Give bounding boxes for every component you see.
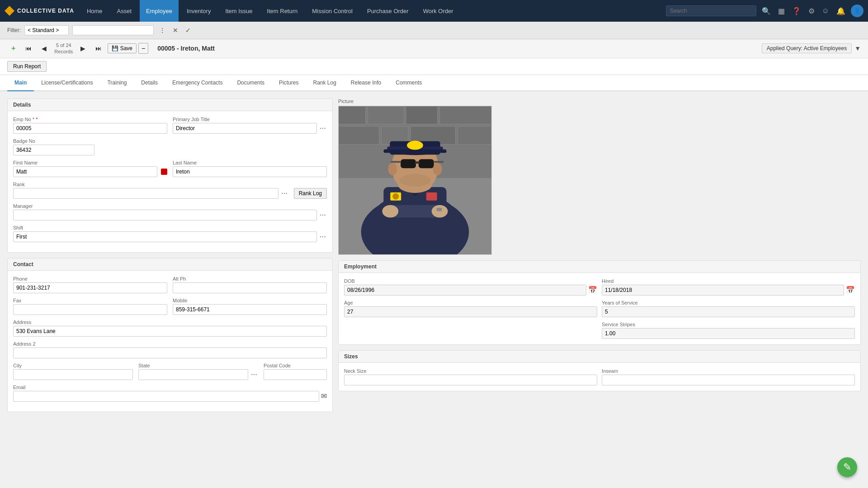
next-record-button[interactable]: ▶ (76, 43, 90, 54)
email-icon[interactable]: ✉ (321, 392, 327, 400)
nav-item-asset[interactable]: Asset (111, 0, 138, 22)
tab-pictures[interactable]: Pictures (272, 75, 306, 91)
address2-group: Address 2 (13, 341, 327, 358)
dob-calendar-icon[interactable]: 📅 (588, 286, 597, 294)
years-of-service-group: Years of Service (602, 300, 855, 317)
nav-item-work-order[interactable]: Work Order (417, 0, 460, 22)
nav-item-inventory[interactable]: Inventory (180, 0, 217, 22)
fax-input[interactable] (13, 304, 167, 315)
tab-documents[interactable]: Documents (230, 75, 272, 91)
run-report-button[interactable]: Run Report (7, 61, 47, 72)
phone-input[interactable] (13, 282, 167, 293)
postal-input[interactable] (264, 369, 327, 380)
manager-label: Manager (13, 203, 327, 209)
nav-item-employee[interactable]: Employee (140, 0, 179, 22)
hired-input[interactable] (602, 285, 844, 296)
tab-training[interactable]: Training (100, 75, 134, 91)
tab-details[interactable]: Details (134, 75, 165, 91)
settings-icon[interactable]: ⚙ (807, 5, 816, 17)
address2-input[interactable] (13, 347, 327, 358)
email-input[interactable] (13, 391, 319, 402)
inseam-input[interactable] (602, 375, 855, 385)
tab-comments[interactable]: Comments (388, 75, 429, 91)
first-name-input[interactable] (13, 166, 157, 177)
last-record-button[interactable]: ⏭ (91, 43, 106, 54)
emp-no-input[interactable] (13, 123, 167, 134)
filter-select[interactable]: < Standard > (24, 25, 69, 35)
nav-item-item-issue[interactable]: Item Issue (219, 0, 259, 22)
inseam-label: Inseam (602, 368, 855, 374)
manager-select[interactable] (13, 210, 317, 221)
alt-ph-input[interactable] (173, 282, 327, 293)
search-icon[interactable]: 🔍 (760, 5, 773, 17)
save-button[interactable]: 💾 Save (108, 43, 137, 53)
tab-rank-log[interactable]: Rank Log (306, 75, 343, 91)
filter-cancel-btn[interactable]: ✕ (171, 26, 180, 35)
help-icon[interactable]: ❓ (790, 5, 803, 17)
sizes-card-header: Sizes (339, 351, 860, 363)
user-avatar[interactable]: 👤 (851, 5, 863, 17)
rank-more-btn[interactable]: ⋯ (280, 189, 288, 198)
primary-job-title-more-btn[interactable]: ⋯ (319, 124, 327, 133)
primary-job-title-select[interactable]: Director (173, 123, 317, 134)
shift-select[interactable]: First (13, 231, 317, 242)
last-name-col: Last Name (173, 160, 327, 182)
filter-confirm-btn[interactable]: ✓ (184, 26, 193, 35)
manager-dropdown-row: ⋯ (13, 210, 327, 221)
record-title: 00005 - Ireton, Matt (157, 45, 215, 52)
details-card-header: Details (8, 99, 332, 111)
nav-item-home[interactable]: Home (80, 0, 109, 22)
add-button[interactable]: + (7, 42, 19, 54)
city-group: City (13, 363, 133, 380)
shift-more-btn[interactable]: ⋯ (319, 232, 327, 241)
filter-more-btn[interactable]: ⋮ (157, 26, 167, 35)
tab-main[interactable]: Main (7, 75, 34, 91)
svg-rect-20 (426, 192, 437, 200)
badge-no-label: Badge No (13, 138, 94, 144)
state-more-btn[interactable]: ⋯ (250, 370, 258, 379)
filter-input[interactable] (72, 25, 154, 35)
svg-rect-32 (434, 161, 444, 163)
hired-calendar-icon[interactable]: 📅 (846, 286, 855, 294)
applied-query-button[interactable]: Applied Query: Active Employees (762, 43, 852, 53)
employment-grid: DOB 📅 Hired 📅 (344, 278, 855, 339)
state-select[interactable] (138, 369, 248, 380)
nav-item-purchase-order[interactable]: Purchase Order (361, 0, 415, 22)
bell-icon[interactable]: 🔔 (835, 5, 847, 17)
employment-card-body: DOB 📅 Hired 📅 (339, 273, 860, 344)
postal-col: Postal Code (264, 363, 327, 385)
address-input[interactable] (13, 326, 327, 337)
age-group: Age (344, 300, 597, 317)
expand-icon[interactable]: ▼ (854, 45, 861, 52)
mobile-input[interactable] (173, 304, 327, 315)
emoji-icon[interactable]: ☺ (820, 5, 831, 17)
search-input[interactable] (666, 5, 756, 16)
last-name-input[interactable] (173, 166, 327, 177)
toolbar: + ⏮ ◀ 5 of 24 Records ▶ ⏭ 💾 Save − 00005… (0, 39, 868, 58)
first-record-button[interactable]: ⏮ (21, 43, 36, 54)
prev-record-button[interactable]: ◀ (38, 43, 51, 54)
state-label: State (138, 363, 258, 368)
rank-select[interactable] (13, 188, 278, 199)
primary-job-title-row: Director ⋯ (173, 123, 327, 134)
minus-button[interactable]: − (138, 43, 148, 54)
badge-no-input[interactable] (13, 145, 94, 155)
manager-more-btn[interactable]: ⋯ (319, 211, 327, 220)
grid-icon[interactable]: ▦ (776, 5, 787, 17)
contact-card: Contact Phone Alt Ph (7, 258, 333, 412)
svg-rect-28 (401, 159, 416, 168)
city-input[interactable] (13, 369, 133, 380)
dob-input[interactable] (344, 285, 586, 296)
phone-col: Phone (13, 276, 167, 298)
tab-license[interactable]: License/Certifications (34, 75, 100, 91)
svg-rect-4 (406, 106, 438, 124)
rank-log-button[interactable]: Rank Log (294, 188, 327, 199)
tab-emergency-contacts[interactable]: Emergency Contacts (165, 75, 230, 91)
nav-item-mission-control[interactable]: Mission Control (306, 0, 359, 22)
neck-size-input[interactable] (344, 375, 597, 385)
alt-ph-label: Alt Ph (173, 276, 327, 282)
name-row: First Name Last Name (13, 160, 327, 182)
tab-release-info[interactable]: Release Info (344, 75, 388, 91)
filter-bar: Filter: < Standard > ⋮ ✕ ✓ (0, 22, 868, 39)
nav-item-item-return[interactable]: Item Return (260, 0, 304, 22)
